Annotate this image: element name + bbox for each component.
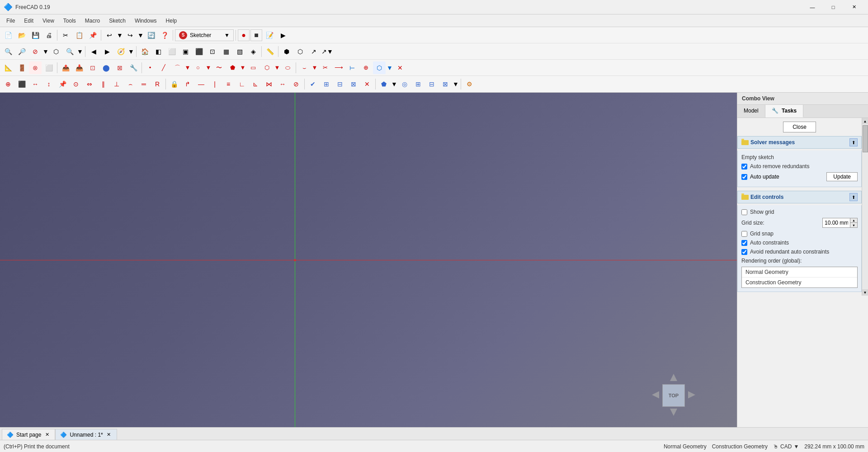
hline-button[interactable]: —	[195, 78, 208, 90]
sketch-special-btn1[interactable]: ⬟	[377, 78, 390, 90]
nodrive-button[interactable]: ⊘	[290, 78, 302, 90]
construction-button[interactable]: ⬡	[373, 61, 386, 74]
wireframe-button[interactable]: ⬡	[50, 45, 62, 58]
menu-windows[interactable]: Windows	[130, 16, 161, 26]
draw-style-button[interactable]: ⊘	[29, 45, 42, 58]
sketch-special-btn2[interactable]: ◎	[398, 78, 411, 90]
tab-unnamed-close[interactable]: ✕	[106, 432, 112, 438]
viewport-canvas[interactable]: TOP	[0, 93, 737, 427]
paste-button[interactable]: 📌	[86, 29, 99, 42]
perpendicular-button[interactable]: ⊥	[110, 78, 123, 90]
sketch-apply-button[interactable]: ✕	[361, 78, 373, 90]
sketch-mirror-button[interactable]: ⊞	[320, 78, 333, 90]
rect-button[interactable]: ▭	[247, 61, 259, 74]
menu-edit[interactable]: Edit	[19, 16, 38, 26]
menu-macro[interactable]: Macro	[80, 16, 104, 26]
tab-unnamed[interactable]: 🔷 Unnamed : 1* ✕	[55, 429, 117, 440]
export-button[interactable]: ↗	[307, 45, 320, 58]
measure-button[interactable]: 📏	[264, 45, 276, 58]
view-sketch-button[interactable]: ⊗	[29, 61, 42, 74]
sketch-special-dd1[interactable]: ▼	[391, 78, 397, 90]
stop-button[interactable]: ■	[250, 29, 262, 41]
poly2-dropdown[interactable]: ▼	[274, 61, 280, 74]
grid-size-down[interactable]: ▼	[850, 223, 857, 227]
sketch-geo-btn5[interactable]: ⊠	[113, 61, 126, 74]
poly-dropdown[interactable]: ▼	[240, 61, 246, 74]
zoom-dd-arrow[interactable]: ▼	[77, 45, 83, 58]
redo-button[interactable]: ↪	[124, 29, 137, 42]
bspline-button[interactable]: 〜	[212, 61, 225, 74]
lock-button[interactable]: 🔒	[168, 78, 180, 90]
fillet-button[interactable]: ⌣	[298, 61, 311, 74]
horizontal-button[interactable]: ↔	[29, 78, 42, 90]
hatch-button[interactable]: ≡	[222, 78, 235, 90]
fillet-dd[interactable]: ▼	[311, 61, 318, 74]
rendering-order-list[interactable]: Normal Geometry Construction Geometry	[741, 267, 858, 288]
nav-arrow-left[interactable]	[651, 391, 660, 400]
nav-arrow-up[interactable]	[669, 373, 678, 382]
solver-messages-section-header[interactable]: Solver messages ⬆	[737, 136, 862, 149]
back-button[interactable]: ◀	[87, 45, 100, 58]
render-list-item-1[interactable]: Construction Geometry	[742, 278, 857, 287]
grid-size-input[interactable]	[823, 219, 850, 227]
point-on-object-button[interactable]: ⊙	[70, 78, 82, 90]
tab-tasks[interactable]: 🔧 Tasks	[765, 105, 803, 118]
poly-button[interactable]: ⬟	[226, 61, 239, 74]
zoom-dropdown[interactable]: 🔍	[63, 45, 76, 58]
record-button[interactable]: ●	[238, 29, 250, 41]
save-button[interactable]: 💾	[29, 29, 42, 42]
draw-dropdown[interactable]: ▼	[42, 45, 49, 58]
panel-scrollbar[interactable]: ▲ ▼	[862, 118, 868, 296]
angle-button[interactable]: ∟	[236, 78, 248, 90]
scroll-up-arrow[interactable]: ▲	[862, 118, 868, 124]
right-view-button[interactable]: ▣	[179, 45, 192, 58]
sketch-geo-btn6[interactable]: 🔧	[127, 61, 140, 74]
tab-start-page[interactable]: 🔷 Start page ✕	[2, 429, 55, 440]
cad-dropdown-arrow[interactable]: ▼	[793, 443, 799, 450]
extend-button[interactable]: ⟶	[332, 61, 345, 74]
forward-button[interactable]: ▶	[101, 45, 113, 58]
distance-button[interactable]: ↔	[276, 78, 289, 90]
bottom-view-button[interactable]: ⊡	[206, 45, 219, 58]
hv-constraint-button[interactable]: ↱	[181, 78, 194, 90]
split-button[interactable]: ⊢	[346, 61, 359, 74]
attach-ext-button[interactable]: ⚙	[463, 78, 476, 90]
snappy-button[interactable]: ⋈	[263, 78, 275, 90]
trim-button[interactable]: ✂	[319, 61, 331, 74]
nav-arrow-down[interactable]	[669, 408, 678, 417]
fit-all-button[interactable]: 🔍	[2, 45, 14, 58]
nav-cube-label[interactable]: TOP	[662, 384, 685, 407]
ellipse-button[interactable]: ⬭	[281, 61, 294, 74]
nav-arrow-right[interactable]	[687, 391, 696, 400]
vertical-button[interactable]: ↕	[42, 78, 55, 90]
arc-dropdown[interactable]: ▼	[184, 61, 191, 74]
menu-file[interactable]: File	[2, 16, 19, 26]
sketch-array-button[interactable]: ⊟	[334, 78, 346, 90]
menu-view[interactable]: View	[38, 16, 59, 26]
fit-selection-button[interactable]: 🔎	[15, 45, 28, 58]
circle-dropdown[interactable]: ▼	[205, 61, 212, 74]
copy-button[interactable]: 📋	[73, 29, 85, 42]
menu-tools[interactable]: Tools	[59, 16, 80, 26]
vline-button[interactable]: |	[208, 78, 221, 90]
refresh-button[interactable]: 🔄	[145, 29, 157, 42]
print-button[interactable]: 🖨	[42, 29, 55, 42]
angle2-button[interactable]: ⊾	[249, 78, 262, 90]
cad-indicator[interactable]: 🖱 CAD ▼	[773, 443, 799, 450]
construction-dd[interactable]: ▼	[387, 61, 393, 74]
maximize-button[interactable]: □	[823, 1, 844, 14]
workbench-dropdown[interactable]: S Sketcher ▼	[175, 29, 234, 41]
body-button[interactable]: ⬢	[280, 45, 293, 58]
open-button[interactable]: 📂	[15, 29, 28, 42]
sketch-validate-button[interactable]: ✔	[307, 78, 319, 90]
show-grid-checkbox[interactable]	[741, 209, 747, 215]
solver-collapse-btn[interactable]: ⬆	[849, 138, 858, 146]
attach-sketch-button[interactable]: 📐	[2, 61, 14, 74]
scroll-down-arrow[interactable]: ▼	[862, 289, 868, 296]
update-button[interactable]: Update	[826, 172, 858, 181]
tab-start-page-close[interactable]: ✕	[44, 432, 50, 438]
run-macro-button[interactable]: ▶	[277, 29, 289, 42]
delete-button[interactable]: ✕	[394, 61, 406, 74]
auto-constraints-checkbox[interactable]	[741, 240, 747, 246]
close-button[interactable]: ✕	[844, 1, 864, 14]
